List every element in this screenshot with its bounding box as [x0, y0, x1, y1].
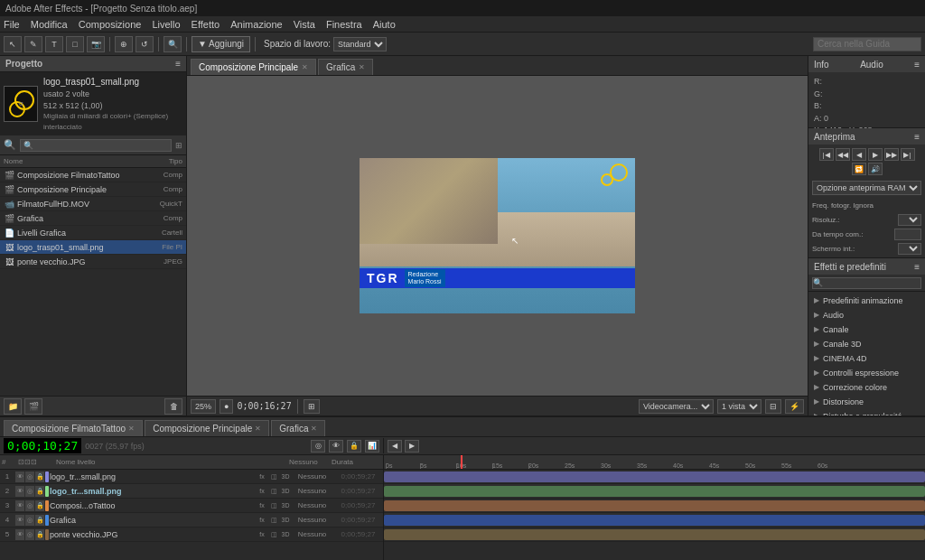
tl-tab-close-2[interactable]: ✕	[311, 425, 317, 433]
tl-chart-btn[interactable]: 📊	[365, 440, 379, 453]
tool-shape[interactable]: □	[66, 36, 84, 52]
list-item[interactable]: 🎬 Grafica Comp	[0, 211, 186, 226]
list-item[interactable]: 🖼 ponte vecchio.JPG JPEG	[0, 255, 186, 269]
tool-move[interactable]: ⊕	[115, 36, 133, 52]
effect-disturbo[interactable]: ▶ Disturbo e granulositá	[810, 409, 923, 416]
ls-motion-4[interactable]: ◫	[268, 515, 279, 526]
layer-lock-5[interactable]: 🔒	[35, 529, 44, 540]
prev-frame-btn[interactable]: ◀◀	[836, 148, 850, 161]
tl-solo-btn[interactable]: ◎	[311, 440, 325, 453]
new-folder-btn[interactable]: 📁	[4, 398, 22, 415]
menu-finestra[interactable]: Finestra	[326, 19, 362, 30]
goto-start-btn[interactable]: |◀	[819, 148, 834, 161]
ls-fx-2[interactable]: fx	[257, 486, 267, 497]
effects-options[interactable]: ≡	[914, 262, 920, 272]
ls-3d-3[interactable]: 3D	[280, 500, 291, 511]
tl-tab-filmato[interactable]: Composizione FilmatoTattoo ✕	[4, 420, 143, 436]
camera-select[interactable]: Videocamera...	[639, 399, 714, 414]
layer-solo-3[interactable]: ◎	[25, 500, 34, 511]
sort-icon[interactable]: ⊞	[175, 141, 182, 150]
tl-tab-principale[interactable]: Composizione Principale ✕	[145, 420, 269, 436]
layer-parent-1[interactable]: Nessuno	[292, 472, 332, 481]
layer-solo-1[interactable]: ◎	[25, 471, 34, 482]
ls-motion-5[interactable]: ◫	[268, 529, 279, 540]
tl-tab-close-0[interactable]: ✕	[128, 425, 135, 433]
comp-tab-grafica[interactable]: Grafica ✕	[318, 59, 373, 75]
region-btn[interactable]: ⊞	[304, 399, 320, 414]
tl-hide-btn[interactable]: 👁	[329, 440, 343, 453]
prev-frame1-btn[interactable]: ◀	[852, 148, 866, 161]
track-bar-1[interactable]	[384, 471, 925, 482]
view-select[interactable]: 1 vista	[717, 399, 761, 414]
layer-lock-1[interactable]: 🔒	[35, 471, 44, 482]
ls-fx-3[interactable]: fx	[257, 500, 267, 511]
ls-3d-5[interactable]: 3D	[280, 529, 291, 540]
new-comp-btn[interactable]: 🎬	[24, 398, 42, 415]
goto-end-btn[interactable]: ▶|	[901, 148, 915, 161]
menu-effetto[interactable]: Effetto	[192, 19, 220, 30]
layer-parent-4[interactable]: Nessuno	[292, 516, 332, 524]
tool-rotate[interactable]: ↺	[135, 36, 154, 52]
project-panel-options[interactable]: ≡	[175, 59, 181, 69]
layer-eye-3[interactable]: 👁	[15, 500, 24, 511]
timeline-ruler[interactable]: 0s 5s 10s 15s 20s 25s 30s 35s 40s 45s 50…	[384, 455, 925, 470]
effect-predefiniti[interactable]: ▶ Predefiniti animazione	[810, 294, 923, 308]
resolution-btn[interactable]: ●	[220, 399, 233, 414]
info-options[interactable]: ≡	[914, 60, 920, 70]
list-item[interactable]: 🎬 Composizione Principale Comp	[0, 182, 186, 197]
effects-search-input[interactable]	[812, 277, 921, 289]
ls-fx-1[interactable]: fx	[257, 471, 267, 482]
layer-solo-5[interactable]: ◎	[25, 529, 34, 540]
track-bar-2[interactable]	[384, 486, 925, 497]
effect-controlli[interactable]: ▶ Controlli espressione	[810, 366, 923, 380]
ls-3d-4[interactable]: 3D	[280, 515, 291, 526]
tab-close-1[interactable]: ✕	[359, 63, 365, 71]
effect-correzione[interactable]: ▶ Correzione colore	[810, 380, 923, 395]
play-btn[interactable]: ▶	[868, 148, 883, 161]
risoluz-select[interactable]	[898, 214, 921, 226]
tl-keyframe-nav2[interactable]: ▶	[405, 440, 419, 453]
audio-btn[interactable]: 🔊	[868, 163, 883, 175]
tool-text[interactable]: T	[45, 36, 63, 52]
layer-lock-2[interactable]: 🔒	[35, 486, 44, 497]
menu-animazione[interactable]: Animazione	[230, 19, 282, 30]
tl-keyframe-nav[interactable]: ◀	[388, 440, 402, 453]
list-item[interactable]: 📹 FilmatoFullHD.MOV QuickT	[0, 197, 186, 211]
tl-tab-close-1[interactable]: ✕	[255, 425, 261, 433]
tool-camera[interactable]: 📷	[87, 36, 105, 52]
layer-solo-4[interactable]: ◎	[25, 515, 34, 526]
layer-eye-1[interactable]: 👁	[15, 471, 24, 482]
layer-solo-2[interactable]: ◎	[25, 486, 34, 497]
layer-eye-4[interactable]: 👁	[15, 515, 24, 526]
layer-eye-5[interactable]: 👁	[15, 529, 24, 540]
menu-file[interactable]: File	[4, 19, 20, 30]
effect-cinema4d[interactable]: ▶ CINEMA 4D	[810, 351, 923, 366]
effect-canale[interactable]: ▶ Canale	[810, 322, 923, 337]
layer-eye-2[interactable]: 👁	[15, 486, 24, 497]
help-search-input[interactable]	[813, 37, 921, 51]
effect-audio[interactable]: ▶ Audio	[810, 308, 923, 322]
loop-btn[interactable]: 🔁	[852, 163, 866, 175]
menu-modifica[interactable]: Modifica	[31, 19, 68, 30]
fast-preview-btn[interactable]: ⚡	[785, 399, 804, 414]
project-search-input[interactable]	[20, 139, 172, 152]
comp-tab-principale[interactable]: Composizione Principale ✕	[191, 59, 316, 75]
layer-lock-4[interactable]: 🔒	[35, 515, 44, 526]
workspace-select[interactable]: Standard	[333, 37, 387, 51]
ls-fx-5[interactable]: fx	[257, 529, 267, 540]
ls-3d-2[interactable]: 3D	[280, 486, 291, 497]
list-item[interactable]: 🎬 Composizione FilmatoTattoo Comp	[0, 168, 186, 182]
list-item[interactable]: 📄 Livelli Grafica Cartell	[0, 226, 186, 240]
tool-zoom[interactable]: 🔍	[164, 36, 182, 52]
track-bar-3[interactable]	[384, 500, 925, 511]
view-options-btn[interactable]: ⊟	[765, 399, 781, 414]
ls-motion-2[interactable]: ◫	[268, 486, 279, 497]
ram-preview-select[interactable]: Opzione anteprima RAM	[812, 181, 921, 195]
menu-vista[interactable]: Vista	[294, 19, 315, 30]
track-bar-5[interactable]	[384, 529, 925, 540]
timeline-time-display[interactable]: 0;00;10;27	[4, 438, 81, 453]
track-bar-4[interactable]	[384, 515, 925, 526]
ls-3d-1[interactable]: 3D	[280, 471, 291, 482]
add-button[interactable]: ▼ Aggiungi	[192, 36, 250, 52]
menu-aiuto[interactable]: Aiuto	[373, 19, 396, 30]
